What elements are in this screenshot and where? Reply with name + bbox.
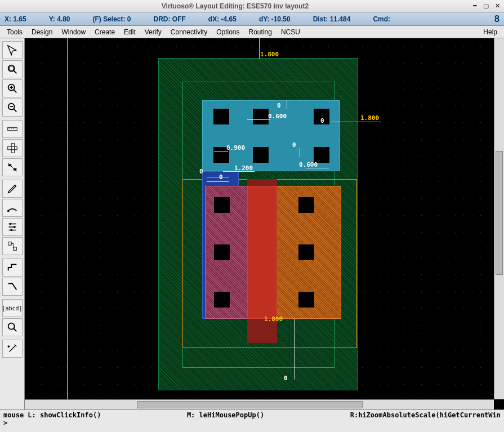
tool-zoom-out[interactable] <box>2 99 23 117</box>
tool-zoom-fit[interactable] <box>2 60 23 78</box>
tool-ruler-v[interactable] <box>2 139 23 157</box>
svg-rect-6 <box>11 144 15 153</box>
status-dx: dX: -4.65 <box>208 15 237 23</box>
status-select: (F) Select: 0 <box>93 15 131 23</box>
dim-0900: 0.900 <box>226 144 245 152</box>
footer-mouse-l: mouse L: showClickInfo() <box>3 411 101 419</box>
contact[interactable] <box>214 292 230 308</box>
command-prompt[interactable]: > <box>3 419 7 427</box>
tool-select[interactable] <box>2 41 23 59</box>
layer-poly[interactable] <box>247 186 277 319</box>
tool-zoom-in[interactable] <box>2 79 23 97</box>
tool-hier[interactable] <box>2 237 23 255</box>
status-dy: dY: -10.50 <box>259 15 291 23</box>
status-y: Y: 4.80 <box>49 15 70 23</box>
dim-0600a: 0.600 <box>268 113 287 120</box>
menu-bar: Tools Design Window Create Edit Verify C… <box>0 26 504 38</box>
svg-rect-5 <box>7 146 17 150</box>
svg-point-12 <box>10 229 12 231</box>
tool-ruler-h[interactable] <box>2 120 23 138</box>
contact[interactable] <box>213 109 229 124</box>
layer-poly-ext-top[interactable] <box>247 179 277 186</box>
dim-z3: 0 <box>292 141 296 149</box>
tool-arc[interactable] <box>2 199 23 217</box>
window-titlebar: Virtuoso® Layout Editing: ESE570 inv lay… <box>0 0 504 12</box>
contact[interactable] <box>298 244 314 260</box>
svg-point-9 <box>7 210 9 212</box>
contact[interactable] <box>298 197 314 213</box>
menu-options[interactable]: Options <box>212 27 244 37</box>
contact[interactable] <box>214 197 230 213</box>
svg-point-11 <box>13 226 15 228</box>
scrollbar-vertical[interactable] <box>494 38 504 399</box>
contact[interactable] <box>298 292 314 308</box>
menu-edit[interactable]: Edit <box>119 27 140 37</box>
tool-align[interactable] <box>2 158 23 176</box>
dim-right: 1.800 <box>360 114 379 122</box>
layout-canvas[interactable]: 1.800 1.800 1.800 0.600 0 0 0.900 0 0.60… <box>25 38 504 409</box>
status-cmd: Cmd: <box>373 15 390 23</box>
vertical-toolbar: [abcd] <box>0 38 25 409</box>
coordinate-status-bar: X: 1.65 Y: 4.80 (F) Select: 0 DRD: OFF d… <box>0 12 504 26</box>
axis-vertical <box>67 38 68 409</box>
tool-text[interactable]: [abcd] <box>2 299 23 317</box>
contact[interactable] <box>253 147 269 163</box>
menu-window[interactable]: Window <box>57 27 90 37</box>
status-x: X: 1.65 <box>5 15 26 23</box>
dim-line <box>294 319 295 380</box>
dim-bottom: 1.800 <box>264 315 283 323</box>
scrollbar-horizontal[interactable] <box>25 399 494 409</box>
svg-point-10 <box>9 223 11 225</box>
menu-design[interactable]: Design <box>27 27 57 37</box>
footer-mouse-r: R:hiZoomAbsoluteScale(hiGetCurrentWin <box>350 411 501 419</box>
dim-z2: 0 <box>320 117 324 124</box>
menu-ncsu[interactable]: NCSU <box>276 27 305 37</box>
svg-rect-1 <box>9 66 13 70</box>
window-title: Virtuoso® Layout Editing: ESE570 inv lay… <box>2 2 468 10</box>
tool-zoom[interactable] <box>2 318 23 336</box>
status-dist: Dist: 11.484 <box>313 15 351 23</box>
status-runnum: 8 <box>494 14 499 24</box>
menu-routing[interactable]: Routing <box>244 27 276 37</box>
contact[interactable] <box>314 147 329 163</box>
tool-path[interactable] <box>2 278 23 296</box>
maximize-button[interactable]: ▢ <box>481 2 490 11</box>
svg-rect-13 <box>8 242 11 246</box>
menu-help[interactable]: Help <box>479 27 502 37</box>
menu-create[interactable]: Create <box>90 27 119 37</box>
dim-z4: 0 <box>199 168 203 175</box>
dim-line <box>259 38 260 59</box>
dim-top: 1.800 <box>260 51 279 58</box>
dim-z1: 0 <box>277 102 281 109</box>
contact[interactable] <box>253 109 269 124</box>
svg-point-15 <box>8 323 14 329</box>
contact[interactable] <box>214 244 230 260</box>
tool-step[interactable] <box>2 259 23 277</box>
menu-tools[interactable]: Tools <box>2 27 27 37</box>
close-button[interactable]: ✕ <box>493 2 502 11</box>
menu-connectivity[interactable]: Connectivity <box>166 27 212 37</box>
tool-pencil[interactable] <box>2 180 23 198</box>
dim-z6: 0 <box>284 375 288 382</box>
minimize-button[interactable]: ━ <box>470 2 479 11</box>
tool-wand[interactable] <box>2 340 23 358</box>
svg-rect-4 <box>7 127 17 131</box>
dim-line <box>332 122 381 122</box>
menu-verify[interactable]: Verify <box>140 27 166 37</box>
svg-rect-14 <box>13 247 16 251</box>
command-footer: mouse L: showClickInfo() M: leHiMousePop… <box>0 409 504 432</box>
status-drd: DRD: OFF <box>154 15 186 23</box>
footer-mouse-m: M: leHiMousePopUp() <box>101 411 350 419</box>
tool-props[interactable] <box>2 218 23 236</box>
